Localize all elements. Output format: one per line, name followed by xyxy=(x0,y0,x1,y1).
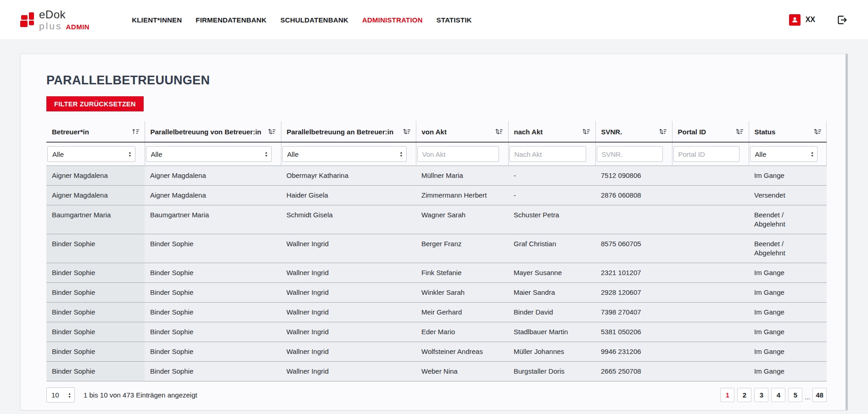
table-cell: Im Gange xyxy=(749,263,827,283)
logo-admin-badge: ADMIN xyxy=(66,23,90,30)
table-cell: Im Gange xyxy=(749,303,827,322)
sort-both-icon xyxy=(268,128,276,135)
table-cell: Binder Sophie xyxy=(145,322,281,342)
page-button-1[interactable]: 1 xyxy=(720,388,734,402)
filter-select-2[interactable]: Alle xyxy=(282,146,407,162)
page-button-48[interactable]: 48 xyxy=(812,388,827,402)
pagination-info: 1 bis 10 von 473 Einträgen angezeigt xyxy=(84,391,197,399)
column-header-1[interactable]: Parallelbetreuung von Betreuer:in xyxy=(145,121,281,142)
filter-input-3[interactable] xyxy=(417,146,499,162)
table-cell: Binder Sophie xyxy=(145,303,281,322)
column-header-3[interactable]: von Akt xyxy=(416,121,508,142)
table-cell: Aigner Magdalena xyxy=(145,186,281,205)
filter-select-7[interactable]: Alle xyxy=(750,146,818,162)
nav-item-administration[interactable]: ADMINISTRATION xyxy=(362,16,423,24)
filter-select-0[interactable]: Alle xyxy=(47,146,135,162)
table-cell: Im Gange xyxy=(749,342,827,362)
filter-input-5[interactable] xyxy=(597,146,663,162)
table-row[interactable]: Aigner MagdalenaAigner MagdalenaObermayr… xyxy=(46,166,827,186)
table-cell: Binder Sophie xyxy=(145,263,281,283)
logo-name: eDok xyxy=(39,8,66,21)
table-cell: Binder Sophie xyxy=(145,362,281,381)
filter-cell xyxy=(672,142,749,166)
column-header-4[interactable]: nach Akt xyxy=(508,121,595,142)
logout-icon[interactable] xyxy=(836,14,848,26)
table-cell: Beendet / Abgelehnt xyxy=(749,205,827,234)
user-initials: XX xyxy=(806,16,815,24)
content-card: PARALLELBETREUUNGEN FILTER ZURÜCKSETZEN … xyxy=(20,54,848,410)
table-cell xyxy=(672,362,749,381)
top-right-area: XX xyxy=(789,14,848,26)
table-row[interactable]: Binder SophieBinder SophieWallner Ingrid… xyxy=(46,342,827,362)
table-cell: Wallner Ingrid xyxy=(281,322,416,342)
table-cell: Müller Johannes xyxy=(508,342,595,362)
column-header-5[interactable]: SVNR. xyxy=(595,121,672,142)
table-cell: Im Gange xyxy=(749,166,827,186)
table-cell: Haider Gisela xyxy=(281,186,416,205)
filter-cell xyxy=(416,142,508,166)
table-cell: Wallner Ingrid xyxy=(281,283,416,303)
parallel-care-table: Betreuer*inParallelbetreuung von Betreue… xyxy=(46,121,827,381)
table-cell: Binder Sophie xyxy=(145,342,281,362)
table-row[interactable]: Binder SophieBinder SophieWallner Ingrid… xyxy=(46,283,827,303)
column-header-2[interactable]: Parallelbetreuung an Betreuer:in xyxy=(281,121,416,142)
nav-item-firmendatenbank[interactable]: FIRMENDATENBANK xyxy=(196,16,266,24)
table-row[interactable]: Baumgartner MariaBaumgartner MariaSchmid… xyxy=(46,205,827,234)
table-cell: Im Gange xyxy=(749,362,827,381)
table-cell: Binder Sophie xyxy=(145,283,281,303)
table-row[interactable]: Binder SophieBinder SophieWallner Ingrid… xyxy=(46,362,827,381)
nav-item-klientinnen[interactable]: KLIENT*INNEN xyxy=(132,16,182,24)
column-header-0[interactable]: Betreuer*in xyxy=(46,121,145,142)
sort-both-icon xyxy=(582,128,590,135)
sort-both-icon xyxy=(495,128,503,135)
filter-input-6[interactable] xyxy=(673,146,739,162)
table-cell: Fink Stefanie xyxy=(416,263,508,283)
table-cell: Wallner Ingrid xyxy=(281,263,416,283)
filter-cell: Alle▲▼ xyxy=(145,142,281,166)
page-title: PARALLELBETREUUNGEN xyxy=(46,73,824,88)
table-cell: Im Gange xyxy=(749,283,827,303)
table-cell: Meir Gerhard xyxy=(416,303,508,322)
table-row[interactable]: Binder SophieBinder SophieWallner Ingrid… xyxy=(46,303,827,322)
table-cell: Schuster Petra xyxy=(508,205,595,234)
table-cell: Stadlbauer Martin xyxy=(508,322,595,342)
table-cell xyxy=(672,186,749,205)
filter-cell xyxy=(595,142,672,166)
table-cell: Binder Sophie xyxy=(145,234,281,263)
page-button-4[interactable]: 4 xyxy=(771,388,785,402)
user-badge-icon[interactable] xyxy=(789,14,801,26)
table-cell: 7398 270407 xyxy=(595,303,672,322)
table-cell: - xyxy=(508,166,595,186)
column-label: SVNR. xyxy=(601,128,622,136)
page-button-2[interactable]: 2 xyxy=(737,388,751,402)
filter-input-4[interactable] xyxy=(510,146,586,162)
table-row[interactable]: Binder SophieBinder SophieWallner Ingrid… xyxy=(46,322,827,342)
table-cell: Wagner Sarah xyxy=(416,205,508,234)
reset-filters-button[interactable]: FILTER ZURÜCKSETZEN xyxy=(46,96,144,111)
main-nav: KLIENT*INNEN FIRMENDATENBANK SCHULDATENB… xyxy=(132,16,472,24)
table-filter-row: Alle▲▼Alle▲▼Alle▲▼Alle▲▼ xyxy=(46,142,827,166)
page-size-select[interactable]: 10 xyxy=(46,387,75,403)
logo-suffix: plus xyxy=(39,21,62,31)
column-label: Parallelbetreuung von Betreuer:in xyxy=(151,128,262,136)
nav-item-statistik[interactable]: STATISTIK xyxy=(437,16,472,24)
table-cell: Binder Sophie xyxy=(46,283,145,303)
table-header-row: Betreuer*inParallelbetreuung von Betreue… xyxy=(46,121,827,142)
table-cell: Aigner Magdalena xyxy=(145,166,281,186)
table-row[interactable]: Binder SophieBinder SophieWallner Ingrid… xyxy=(46,263,827,283)
pagination-bar: 10 ▲▼ 1 bis 10 von 473 Einträgen angezei… xyxy=(46,387,827,403)
table-cell: Graf Christian xyxy=(508,234,595,263)
column-header-7[interactable]: Status xyxy=(749,121,827,142)
table-row[interactable]: Binder SophieBinder SophieWallner Ingrid… xyxy=(46,234,827,263)
page-button-5[interactable]: 5 xyxy=(788,388,802,402)
nav-item-schuldatenbank[interactable]: SCHULDATENBANK xyxy=(280,16,348,24)
table-cell xyxy=(672,205,749,234)
filter-select-1[interactable]: Alle xyxy=(146,146,272,162)
page-button-3[interactable]: 3 xyxy=(754,388,768,402)
table-row[interactable]: Aigner MagdalenaAigner MagdalenaHaider G… xyxy=(46,186,827,205)
table-cell: Mayer Susanne xyxy=(508,263,595,283)
table-cell: Schmidt Gisela xyxy=(281,205,416,234)
column-header-6[interactable]: Portal ID xyxy=(672,121,749,142)
sort-both-icon xyxy=(814,128,822,135)
table-cell: Eder Mario xyxy=(416,322,508,342)
